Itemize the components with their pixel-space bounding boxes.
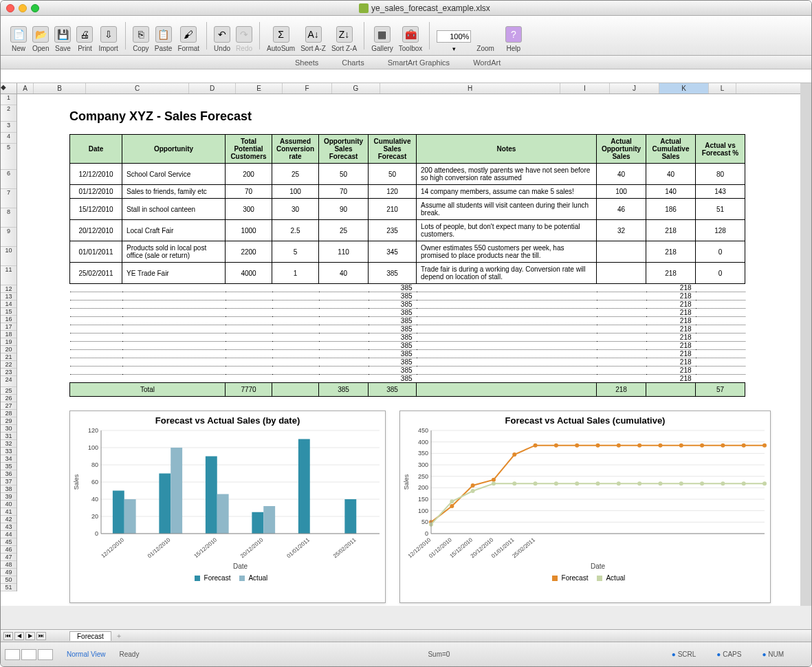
minimize-icon[interactable] <box>19 4 27 12</box>
gallery-button[interactable]: ▦Gallery <box>369 17 396 54</box>
import-button[interactable]: ⇩Import <box>96 17 120 54</box>
col-header[interactable]: L <box>709 83 736 94</box>
table-row[interactable]: 385218 <box>70 292 745 300</box>
col-header[interactable]: D <box>189 83 236 94</box>
window-title: ye_sales_forecast_example.xlsx <box>371 3 490 13</box>
tab-wordart[interactable]: WordArt <box>468 57 506 68</box>
table-row[interactable]: 385218 <box>70 350 745 358</box>
table-row[interactable]: 01/01/2011Products sold in local post of… <box>70 241 745 263</box>
col-header[interactable]: A <box>17 83 34 94</box>
chart-forecast-vs-actual-cumulative[interactable]: Forecast vs Actual Sales (cumulative) 05… <box>399 411 771 603</box>
paste-button[interactable]: 📋Paste <box>152 17 175 54</box>
table-row[interactable]: 385218 <box>70 367 745 375</box>
svg-point-75 <box>512 481 516 485</box>
table-row[interactable]: 385218 <box>70 325 745 334</box>
svg-point-63 <box>617 444 621 448</box>
sort-za-icon: Z↓ <box>336 26 353 43</box>
sort-az-button[interactable]: A↓Sort A-Z <box>298 17 329 54</box>
sheet-area: ◆ A B C D E F G H I J K L 12345678910111… <box>1 83 811 606</box>
col-header[interactable]: C <box>86 83 189 94</box>
zoom-input[interactable] <box>437 30 471 43</box>
help-button[interactable]: ?Help <box>503 17 525 54</box>
table-row[interactable]: 385218 <box>70 300 745 309</box>
col-header[interactable]: B <box>34 83 86 94</box>
zoom-window-icon[interactable] <box>31 4 39 12</box>
table-row[interactable]: 385218 <box>70 375 745 383</box>
table-row[interactable]: 385218 <box>70 317 745 325</box>
save-button[interactable]: 💾Save <box>52 17 74 54</box>
view-page-icon[interactable] <box>21 649 36 660</box>
col-header[interactable]: E <box>236 83 283 94</box>
col-header[interactable]: H <box>380 83 560 94</box>
redo-button[interactable]: ↷Redo <box>233 17 255 54</box>
copy-button[interactable]: ⎘Copy <box>130 17 152 54</box>
status-sum: Sum=0 <box>428 650 450 658</box>
sheet-tab-forecast[interactable]: Forecast <box>69 631 111 641</box>
table-row[interactable]: 12/12/2010School Carol Service2002550502… <box>70 164 745 185</box>
table-row[interactable]: 15/12/2010Stall in school canteen3003090… <box>70 199 745 220</box>
chart-forecast-vs-actual-by-date[interactable]: Forecast vs Actual Sales (by date) 02040… <box>69 411 386 603</box>
row-headers[interactable]: 1234567891011121314151617181920212223242… <box>1 94 17 591</box>
svg-text:25/02/2011: 25/02/2011 <box>332 536 358 559</box>
th-aos: Actual Opportunity Sales <box>597 135 646 164</box>
view-break-icon[interactable] <box>38 649 53 660</box>
svg-rect-24 <box>263 506 275 534</box>
zoom-control[interactable]: ▾ <box>434 17 474 54</box>
add-sheet-icon[interactable]: ＋ <box>116 631 122 641</box>
gallery-icon: ▦ <box>374 26 391 43</box>
table-row[interactable]: 01/12/2010Sales to friends, family etc70… <box>70 185 745 199</box>
open-button[interactable]: 📂Open <box>30 17 52 54</box>
table-row[interactable]: 20/12/2010Local Craft Fair10002.525235Lo… <box>70 220 745 241</box>
svg-rect-15 <box>124 499 136 534</box>
col-header[interactable]: I <box>560 83 610 94</box>
table-row[interactable]: 385218 <box>70 358 745 367</box>
svg-rect-18 <box>171 448 182 534</box>
undo-button[interactable]: ↶Undo <box>211 17 233 54</box>
svg-text:25/02/2011: 25/02/2011 <box>511 536 536 559</box>
select-all-corner[interactable]: ◆ <box>1 83 17 94</box>
autosum-button[interactable]: ΣAutoSum <box>264 17 298 54</box>
table-row[interactable]: 385218 <box>70 309 745 317</box>
tab-smartart[interactable]: SmartArt Graphics <box>382 57 455 68</box>
tab-charts[interactable]: Charts <box>336 57 369 68</box>
toolbox-button[interactable]: 🧰Toolbox <box>396 17 425 54</box>
table-row[interactable]: 385218 <box>70 334 745 342</box>
svg-rect-21 <box>217 494 229 534</box>
tab-nav-first-icon[interactable]: ⏮ <box>3 632 13 640</box>
col-header[interactable]: F <box>283 83 332 94</box>
formula-bar[interactable] <box>1 69 811 83</box>
format-button[interactable]: 🖌Format <box>175 17 202 54</box>
tab-sheets[interactable]: Sheets <box>289 57 324 68</box>
svg-point-81 <box>637 481 641 485</box>
forecast-table[interactable]: Date Opportunity Total Potential Custome… <box>69 134 745 397</box>
table-row[interactable]: 385218 <box>70 284 745 292</box>
print-icon: 🖨 <box>76 26 93 43</box>
open-icon: 📂 <box>32 26 49 43</box>
print-button[interactable]: 🖨Print <box>74 17 96 54</box>
column-headers[interactable]: ◆ A B C D E F G H I J K L <box>1 83 800 94</box>
document-title: Company XYZ - Sales Forecast <box>69 109 252 124</box>
svg-point-68 <box>721 444 725 448</box>
tab-nav-last-icon[interactable]: ⏭ <box>36 632 46 640</box>
col-header[interactable]: J <box>610 83 659 94</box>
svg-text:20: 20 <box>91 513 98 520</box>
svg-rect-14 <box>113 491 124 534</box>
col-header[interactable]: K <box>659 83 709 94</box>
sort-za-button[interactable]: Z↓Sort Z-A <box>329 17 360 54</box>
svg-text:40: 40 <box>91 496 98 503</box>
bar-chart-svg: 02040608010012012/12/201001/12/201015/12… <box>70 427 386 571</box>
view-normal-icon[interactable] <box>5 649 20 660</box>
file-type-icon <box>359 3 369 13</box>
col-header[interactable]: G <box>332 83 380 94</box>
close-icon[interactable] <box>6 4 14 12</box>
table-row[interactable]: 25/02/2011YE Trade Fair4000140385Trade f… <box>70 263 745 284</box>
svg-text:Sales: Sales <box>73 474 80 490</box>
tab-nav-prev-icon[interactable]: ◀ <box>14 632 24 640</box>
svg-point-87 <box>762 481 767 485</box>
new-button[interactable]: 📄New <box>8 17 30 54</box>
table-row[interactable]: 385218 <box>70 342 745 350</box>
svg-text:12/12/2010: 12/12/2010 <box>100 536 126 559</box>
svg-text:50: 50 <box>421 518 428 525</box>
tab-nav-next-icon[interactable]: ▶ <box>25 632 35 640</box>
svg-text:60: 60 <box>91 479 98 485</box>
